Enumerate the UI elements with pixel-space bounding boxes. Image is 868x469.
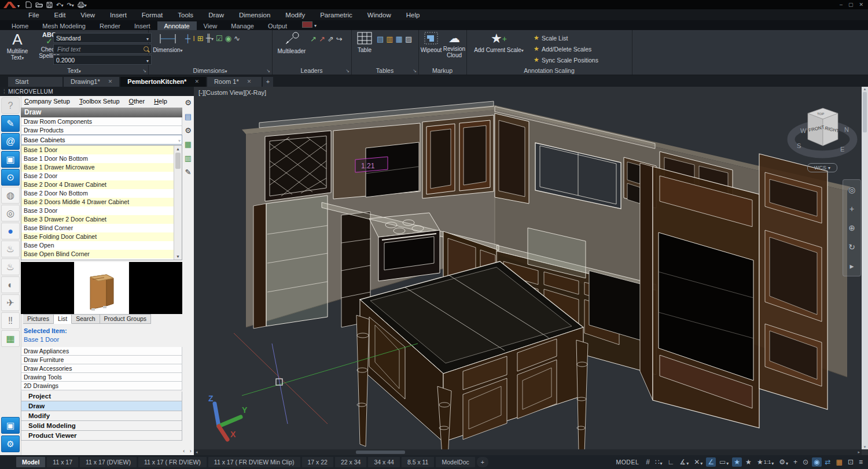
- product-list-item[interactable]: Base 3 Door: [21, 206, 175, 215]
- product-list-item[interactable]: Base Open: [21, 241, 175, 250]
- settings-small-icon[interactable]: ⚙: [185, 98, 192, 107]
- file-tab[interactable]: PembertonKitchen*: [120, 77, 206, 87]
- palette-menu-item[interactable]: Other: [129, 98, 145, 108]
- close-icon[interactable]: [194, 79, 199, 84]
- palette-title[interactable]: MICROVELLUM: [0, 87, 194, 96]
- preview-tab[interactable]: List: [54, 314, 72, 324]
- dimension-button[interactable]: Dimension: [153, 32, 183, 54]
- view-control[interactable]: [Custom View]: [204, 89, 245, 96]
- restore-button[interactable]: ▢: [848, 2, 854, 8]
- horizontal-scrollbar[interactable]: ◂ ▸: [194, 449, 862, 455]
- dimension-annotation[interactable]: 1.21: [355, 157, 388, 172]
- scroll-up-icon[interactable]: ▲: [863, 87, 867, 91]
- menu-item[interactable]: Edit: [47, 10, 73, 20]
- panel-launcher-icon[interactable]: ↘: [345, 68, 350, 73]
- add-delete-scales-item[interactable]: ★Add/Delete Scales: [534, 43, 598, 54]
- ribbon-tab[interactable]: Mesh Modeling: [35, 21, 93, 30]
- showmotion-icon[interactable]: ▸: [849, 261, 854, 271]
- vertical-scrollbar[interactable]: ▲ ▼: [862, 87, 868, 449]
- menu-item[interactable]: View: [73, 10, 102, 20]
- ribbon-tab[interactable]: Output: [261, 21, 294, 30]
- product-list-item[interactable]: Base 2 Doors Middle 4 Drawer Cabinet: [21, 198, 175, 206]
- multileader-button[interactable]: Multileader: [274, 32, 309, 54]
- table-sync-icon[interactable]: ▨: [405, 35, 412, 44]
- render-sphere-outline-icon[interactable]: ◎: [1, 205, 20, 221]
- sync-settings-icon[interactable]: ⇄: [823, 457, 833, 467]
- visual-style-control[interactable]: [X-Ray]: [245, 89, 267, 96]
- menu-item[interactable]: Tools: [170, 10, 201, 20]
- scroll-down-icon[interactable]: ▼: [863, 445, 867, 449]
- menu-item[interactable]: Help: [399, 10, 428, 20]
- product-list-item[interactable]: Base 1 Door: [21, 146, 175, 154]
- pan-icon[interactable]: +: [849, 204, 854, 213]
- render-teapot-settings-icon[interactable]: ♨: [1, 258, 20, 275]
- close-icon[interactable]: [108, 79, 113, 84]
- project-tools-icon[interactable]: ▣: [1, 417, 20, 434]
- scroll-down-icon[interactable]: ▼: [176, 254, 180, 258]
- render-sphere-solid-icon[interactable]: ●: [1, 223, 20, 239]
- annotation-monitor-icon[interactable]: +: [792, 457, 799, 467]
- scrollbar-thumb[interactable]: [863, 92, 867, 132]
- product-list-item[interactable]: Base 2 Door 4 Drawer Cabinet: [21, 180, 175, 189]
- palette-section-header[interactable]: Product Viewer: [21, 431, 182, 441]
- dim-center-mark-icon[interactable]: ◉: [225, 34, 231, 43]
- render-teapot-icon[interactable]: ♨: [1, 241, 20, 257]
- units-icon[interactable]: ⊙: [801, 457, 810, 467]
- table-upload-icon[interactable]: ▦: [396, 35, 403, 44]
- view-cube[interactable]: W S E N TOP FRONT RIGHT: [791, 108, 854, 154]
- ribbon-display-button[interactable]: [300, 19, 319, 30]
- align-leaders-icon[interactable]: ⇗: [328, 35, 334, 44]
- draw-spiral-icon[interactable]: @: [1, 133, 20, 150]
- layout-tab[interactable]: 11 x 17: [47, 457, 78, 467]
- dim-jog-icon[interactable]: ∿: [234, 34, 240, 43]
- product-list-item[interactable]: Base Open Blind Corner: [21, 250, 175, 258]
- selected-item-value[interactable]: Base 1 Door: [24, 336, 182, 343]
- render-image-icon[interactable]: ▦: [1, 330, 20, 347]
- preview-tab[interactable]: Search: [72, 314, 100, 324]
- ribbon-tab[interactable]: Annotate: [157, 21, 197, 30]
- dim-tolerance-icon[interactable]: ☑: [216, 34, 223, 43]
- panel-label-dimensions[interactable]: Dimensions: [148, 67, 272, 74]
- close-icon[interactable]: [247, 79, 252, 84]
- product-list-item[interactable]: Base 2 Door: [21, 172, 175, 180]
- layout-tab[interactable]: 34 x 44: [368, 457, 399, 467]
- ortho-icon[interactable]: ∟: [666, 457, 676, 467]
- layout-tab[interactable]: ModelDoc: [436, 457, 475, 467]
- palette-group-header[interactable]: Draw: [21, 108, 182, 117]
- ribbon-tab[interactable]: Render: [93, 21, 127, 30]
- ribbon-tab[interactable]: Insert: [127, 21, 157, 30]
- collect-leaders-icon[interactable]: ↪: [336, 35, 343, 44]
- file-tab[interactable]: Start: [8, 77, 62, 87]
- snap-icon[interactable]: ∷: [653, 456, 664, 468]
- menu-item[interactable]: Format: [134, 10, 170, 20]
- model-space-button[interactable]: MODEL: [616, 459, 639, 466]
- category-combo[interactable]: Base Cabinets: [21, 135, 182, 145]
- draw-marker-icon[interactable]: ✎: [1, 115, 20, 132]
- product-list-item[interactable]: Base Open End Cabinet: [21, 258, 175, 260]
- dim-continue-icon[interactable]: ╫: [206, 34, 214, 44]
- text-height-combo[interactable]: 0.2000: [53, 55, 152, 65]
- scrollbar-thumb[interactable]: [175, 153, 181, 169]
- annotation-scale-icon[interactable]: ★1:1: [755, 456, 775, 468]
- marker-icon[interactable]: ✎: [185, 168, 192, 176]
- scroll-left-icon[interactable]: ◂: [194, 450, 200, 455]
- new-drawing-tab-button[interactable]: [263, 77, 273, 87]
- product-list-item[interactable]: Base Folding Door Cabinet: [21, 232, 175, 241]
- palette-menu-item[interactable]: Company Setup: [24, 98, 70, 108]
- product-list-item[interactable]: Base 1 Door No Bottom: [21, 154, 175, 163]
- palette-menu-item[interactable]: Toolbox Setup: [79, 98, 120, 108]
- isodraft-icon[interactable]: ✕: [692, 456, 704, 468]
- layout-tab[interactable]: 17 x 22: [302, 457, 333, 467]
- scrollbar-thumb[interactable]: [356, 450, 405, 454]
- clean-screen-icon[interactable]: ⊡: [846, 457, 855, 467]
- sync-scale-positions-item[interactable]: ★Sync Scale Positions: [534, 54, 598, 65]
- preview-tab[interactable]: Pictures: [23, 314, 54, 324]
- grid-icon[interactable]: #: [644, 457, 652, 467]
- remove-leader-icon[interactable]: ↗: [319, 35, 325, 44]
- print-icon[interactable]: [78, 2, 87, 8]
- ribbon-tab[interactable]: Home: [5, 21, 35, 30]
- dynamic-input-icon[interactable]: ▭: [718, 456, 730, 468]
- panel-launcher-icon[interactable]: ↘: [142, 68, 146, 73]
- autoscale-icon[interactable]: ★: [744, 457, 753, 467]
- palette-settings-icon[interactable]: ⚙: [1, 435, 20, 452]
